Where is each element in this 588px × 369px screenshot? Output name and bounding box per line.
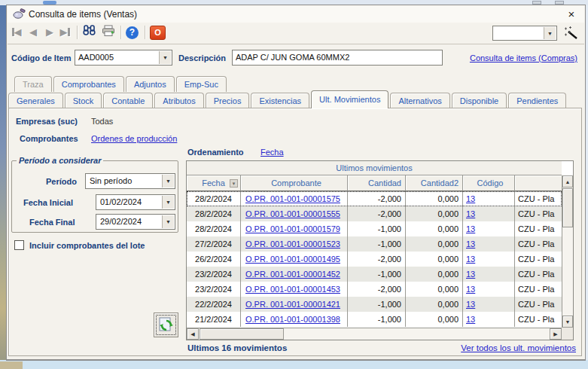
first-record-button[interactable]: ◀ [9,25,24,40]
last-record-button[interactable]: ▶ [57,25,72,40]
table-row[interactable]: 23/2/2024O.PR. 001-001-00001452-1,0000,0… [187,267,562,282]
table-group-header: Ultimos movimientos [187,161,562,175]
codigo-link[interactable]: 13 [466,224,475,233]
description-label: Descripción [178,53,226,63]
chevron-down-icon[interactable]: ▼ [162,196,174,209]
codigo-link[interactable]: 13 [466,300,475,309]
periodo-combobox[interactable]: Sin período ▼ [85,173,175,189]
ordenamiento-fecha-link[interactable]: Fecha [260,148,284,157]
table-row[interactable]: 26/2/2024O.PR. 001-001-00001495-2,0000,0… [187,252,562,267]
help-icon[interactable]: ? [126,26,139,39]
vertical-scroll-thumb[interactable] [562,188,573,227]
column-header-cantidad[interactable]: Cantidad [348,175,406,191]
consulta-compras-link[interactable]: Consulta de items (Compras) [470,53,577,63]
column-header-comprobante[interactable]: Comprobante [241,175,348,191]
tab-generales[interactable]: Generales [8,93,63,108]
comprobante-link[interactable]: O.PR. 001-001-00001579 [245,224,340,233]
ver-todos-link[interactable]: Ver todos los ult. movimientos [461,343,576,352]
tab-alternativos[interactable]: Alternativos [390,93,449,108]
tab-stock[interactable]: Stock [65,93,102,108]
search-icon[interactable] [81,25,96,40]
scroll-up-icon[interactable]: ▲ [562,175,573,188]
column-header-c-digo[interactable]: Código [463,175,515,191]
comprobante-link[interactable]: O.PR. 001-001-00001452 [245,270,340,279]
comprobantes-link[interactable]: Ordenes de producción [91,134,177,143]
codigo-link[interactable]: 13 [466,285,475,294]
exit-icon[interactable]: O [150,26,166,40]
description-field[interactable]: ADAP C/ JUN GOMA 60MMX2 [232,50,443,66]
codigo-link[interactable]: 13 [466,270,475,279]
codigo-link[interactable]: 13 [466,255,475,264]
tab-traza[interactable]: Traza [14,76,52,92]
previous-record-button[interactable]: ◀ [26,25,41,40]
tab-contable[interactable]: Contable [103,93,153,108]
scroll-right-icon[interactable]: ▶ [550,328,562,340]
cell-cantidad2: 0,000 [406,297,463,312]
codigo-link[interactable]: 13 [466,209,475,218]
toolbar-separator [77,26,78,39]
vertical-scrollbar[interactable]: ▲ ▼ [562,175,573,328]
periodo-label: Período [46,177,77,186]
chevron-down-icon[interactable]: ▼ [162,215,174,228]
incluir-lote-checkbox[interactable] [14,240,24,250]
codigo-link[interactable]: 13 [466,239,475,249]
magic-wand-icon[interactable] [563,26,578,41]
comprobante-link[interactable]: O.PR. 001-001-00001523 [245,239,340,249]
tab-ult-movimientos[interactable]: Ult. Movimientos [311,90,388,108]
chevron-down-icon[interactable]: ▼ [159,51,171,64]
table-row[interactable]: 28/2/2024O.PR. 001-001-00001579-1,0000,0… [187,221,562,236]
codigo-link[interactable]: 13 [466,194,475,203]
refresh-button[interactable] [154,313,178,337]
horizontal-scrollbar[interactable]: ◀ ▶ [187,328,562,340]
table-row[interactable]: 21/2/2024O.PR. 001-001-00001398-1,0000,0… [187,312,562,327]
comprobante-link[interactable]: O.PR. 001-001-00001575 [245,194,340,203]
comprobante-link[interactable]: O.PR. 001-001-00001555 [245,209,340,218]
chevron-down-icon[interactable]: ▼ [544,27,556,39]
column-header-extra[interactable] [515,175,562,191]
close-icon[interactable]: × [565,8,578,21]
horizontal-scroll-thumb[interactable] [200,328,284,340]
cell-c-digo: 13 [463,312,515,327]
cell-cantidad: -2,000 [348,252,406,267]
sort-indicator-icon[interactable]: ▼ [230,179,238,188]
tab-precios[interactable]: Precios [206,93,250,108]
toolbar: ◀ ◀ ▶ ▶ ? O ▼ [8,23,584,44]
tab-existencias[interactable]: Existencias [251,93,309,108]
comprobante-link[interactable]: O.PR. 001-001-00001495 [245,255,340,264]
tab-disponible[interactable]: Disponible [452,93,507,108]
scroll-left-icon[interactable]: ◀ [187,328,199,340]
item-code-combobox[interactable]: AAD0005 ▼ [75,50,172,66]
table-row[interactable]: 28/2/2024O.PR. 001-001-00001555-2,0000,0… [187,206,562,221]
column-header-fecha[interactable]: Fecha▼ [187,175,241,191]
fecha-final-value: 29/02/2024 [100,217,142,226]
chevron-down-icon[interactable]: ▼ [162,175,174,188]
column-header-cantidad2[interactable]: Cantidad2 [406,175,463,191]
cell-extra: CZU - Pla [515,191,562,206]
fecha-inicial-combobox[interactable]: 01/02/2024 ▼ [96,194,175,210]
cell-c-digo: 13 [463,297,515,312]
cell-c-digo: 13 [463,252,515,267]
toolbar-combobox[interactable]: ▼ [492,26,557,41]
tab-emp-suc[interactable]: Emp-Suc [176,76,227,92]
fecha-final-combobox[interactable]: 29/02/2024 ▼ [96,214,175,230]
comprobante-link[interactable]: O.PR. 001-001-00001453 [245,285,340,294]
tab-pendientes[interactable]: Pendientes [508,93,566,108]
title-bar[interactable]: Consulta de items (Ventas) × [8,6,584,23]
comprobantes-label: Comprobantes [20,134,78,143]
next-record-button[interactable]: ▶ [42,25,57,40]
codigo-link[interactable]: 13 [466,315,475,324]
comprobante-link[interactable]: O.PR. 001-001-00001398 [245,315,340,324]
scroll-down-icon[interactable]: ▼ [562,316,573,328]
cell-cantidad2: 0,000 [406,312,463,327]
table-row[interactable]: 22/2/2024O.PR. 001-001-00001421-1,0000,0… [187,297,562,312]
table-row[interactable]: 23/2/2024O.PR. 001-001-00001453-2,0000,0… [187,282,562,297]
tab-comprobantes[interactable]: Comprobantes [53,76,124,92]
table-row[interactable]: 27/2/2024O.PR. 001-001-00001523-1,0000,0… [187,236,562,252]
table-row[interactable]: 28/2/2024O.PR. 001-001-00001575-2,0000,0… [187,191,562,206]
print-icon[interactable] [101,25,116,40]
tab-adjuntos[interactable]: Adjuntos [126,76,175,92]
comprobante-link[interactable]: O.PR. 001-001-00001421 [245,300,340,309]
cell-extra: CZU - Pla [515,282,562,297]
cell-fecha: 28/2/2024 [187,206,241,221]
tab-atributos[interactable]: Atributos [154,93,203,108]
